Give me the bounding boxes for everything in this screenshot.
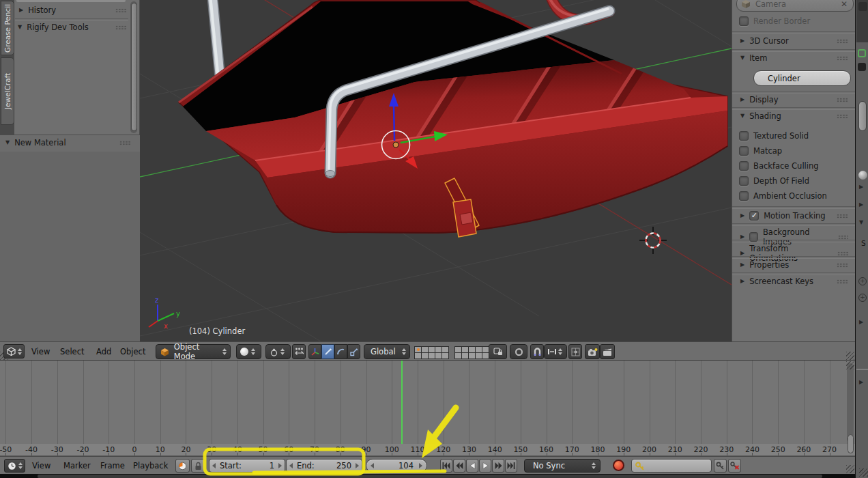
checkbox[interactable] — [739, 191, 749, 201]
play-reverse-button[interactable] — [466, 459, 478, 473]
layer-toggle[interactable] — [482, 353, 489, 358]
current-frame-field[interactable]: 104 — [366, 459, 427, 473]
sliver-icon[interactable] — [858, 63, 866, 71]
keying-set-field[interactable] — [631, 459, 712, 473]
layer-toggle[interactable] — [462, 347, 468, 352]
panel-grip-icon[interactable] — [837, 39, 848, 44]
shading-option-row[interactable]: Textured Solid — [739, 131, 809, 141]
tab-jewelcraft[interactable]: JewelCraft — [1, 57, 14, 125]
auto-keyframe-record-button[interactable] — [613, 460, 624, 471]
rotate-manipulator-button[interactable] — [334, 344, 347, 359]
panel-grip-icon[interactable] — [837, 56, 848, 61]
menu-object[interactable]: Object — [120, 347, 145, 356]
render-border-checkbox[interactable] — [739, 16, 749, 26]
layer-toggle[interactable] — [442, 347, 448, 352]
sliver-arrow-icon[interactable]: ▼ — [859, 220, 863, 225]
shading-option-row[interactable]: Depth Of Field — [739, 176, 809, 186]
timeline-scroll-handle[interactable] — [848, 434, 854, 453]
next-keyframe-button[interactable] — [492, 459, 504, 473]
layer-toggle[interactable] — [455, 347, 461, 352]
play-button[interactable] — [479, 459, 491, 473]
manipulate-center-points-button[interactable] — [292, 344, 306, 359]
layer-toggle[interactable] — [422, 353, 428, 358]
menu-select[interactable]: Select — [60, 347, 84, 356]
frame-start-field[interactable]: Start: 1 — [209, 459, 285, 473]
layer-toggle[interactable] — [469, 347, 475, 352]
mode-dropdown[interactable]: Object Mode — [156, 344, 231, 359]
layer-toggle[interactable] — [455, 353, 461, 358]
delete-keyframe-button[interactable] — [728, 459, 741, 473]
panel-grip-icon[interactable] — [837, 263, 848, 268]
layer-toggle[interactable] — [429, 347, 435, 352]
checkbox[interactable] — [739, 161, 749, 171]
layer-toggle[interactable] — [462, 353, 468, 358]
panel-header-rigify-dev-tools[interactable]: ▼ Rigify Dev Tools — [18, 23, 127, 32]
menu-view[interactable]: View — [31, 347, 50, 356]
panel-header-3d-cursor[interactable]: ▶ 3D Cursor — [740, 36, 848, 46]
timeline-hscroll-strip[interactable] — [0, 474, 855, 478]
panel-grip-icon[interactable] — [837, 214, 848, 219]
panel-checkbox[interactable] — [749, 211, 759, 221]
layer-toggle[interactable] — [469, 353, 475, 358]
3d-viewport[interactable]: z y x (104) Cylinder — [140, 0, 732, 341]
use-preview-range-button[interactable] — [175, 459, 190, 473]
editor-type-button[interactable] — [3, 344, 25, 358]
layer-toggle[interactable] — [476, 347, 482, 352]
proportional-edit-dropdown[interactable] — [510, 344, 527, 359]
layer-toggle[interactable] — [435, 347, 442, 352]
shelf-scrollbar[interactable] — [130, 1, 137, 133]
editor-type-button[interactable] — [4, 459, 25, 473]
sliver-tab-icon[interactable] — [858, 2, 867, 11]
manipulator-toggle-button[interactable] — [308, 344, 321, 359]
timeline-ruler[interactable]: -50-40-30-20-100102030405060708090100110… — [0, 444, 855, 456]
panel-grip-icon[interactable] — [837, 251, 848, 256]
sliver-arrow-icon[interactable]: ▶ — [859, 202, 863, 208]
layer-toggle[interactable] — [482, 347, 489, 352]
timeline-scrollbar[interactable] — [847, 363, 854, 442]
menu-view[interactable]: View — [32, 461, 50, 470]
panel-header-history[interactable]: ▶ History — [19, 5, 127, 15]
plus-circle-icon[interactable]: + — [858, 277, 867, 285]
panel-grip-icon[interactable] — [119, 141, 131, 145]
layer-toggle[interactable] — [422, 347, 428, 352]
panel-grip-icon[interactable] — [115, 8, 127, 13]
lock-time-button[interactable] — [191, 459, 205, 473]
jump-to-start-button[interactable] — [440, 459, 452, 473]
object-name-field[interactable]: Cylinder — [753, 70, 851, 86]
timeline-hscroll-handle[interactable] — [38, 475, 822, 478]
sliver-arrow-icon[interactable]: ▶ — [859, 380, 863, 385]
layer-toggle[interactable] — [435, 353, 442, 358]
checkbox[interactable] — [739, 146, 749, 156]
orientation-dropdown[interactable]: Global — [364, 344, 410, 359]
panel-header-screencast-keys[interactable]: ▶Screencast Keys — [740, 277, 848, 286]
sliver-green-icon[interactable] — [858, 49, 866, 57]
jump-to-end-button[interactable] — [505, 459, 517, 473]
checkbox[interactable] — [739, 176, 749, 186]
panel-header-shading[interactable]: ▼ Shading — [740, 111, 848, 121]
render-border-row[interactable]: Render Border — [739, 16, 810, 26]
sliver-arrow-icon[interactable]: ▶ — [859, 320, 863, 325]
resize-grip-icon[interactable] — [846, 465, 854, 473]
panel-grip-icon[interactable] — [115, 25, 127, 30]
menu-playback[interactable]: Playback — [133, 461, 168, 470]
panel-grip-icon[interactable] — [837, 279, 848, 284]
snap-toggle-button[interactable] — [530, 344, 544, 359]
tab-grease-pencil[interactable]: Grease Pencil — [1, 1, 14, 55]
shading-option-row[interactable]: Matcap — [739, 146, 782, 156]
decrement-arrow-icon[interactable] — [289, 463, 293, 468]
shelf-scroll-handle[interactable] — [131, 3, 137, 131]
resize-grip-icon[interactable] — [846, 352, 854, 360]
panel-grip-icon[interactable] — [837, 114, 848, 119]
scale-manipulator-button[interactable] — [347, 344, 360, 359]
increment-arrow-icon[interactable] — [278, 463, 282, 468]
snap-element-dropdown[interactable] — [544, 344, 567, 359]
timeline-area[interactable] — [0, 361, 855, 444]
shading-mode-dropdown[interactable] — [236, 344, 261, 359]
camera-datablock-field[interactable]: Camera ✕ — [736, 0, 854, 12]
layer-toggle[interactable] — [415, 347, 421, 352]
render-still-button[interactable] — [585, 344, 600, 359]
decrement-arrow-icon[interactable] — [212, 463, 216, 468]
frame-end-field[interactable]: End: 250 — [286, 459, 362, 473]
panel-header-properties[interactable]: ▶Properties — [740, 260, 848, 270]
layer-toggle[interactable] — [476, 353, 482, 358]
